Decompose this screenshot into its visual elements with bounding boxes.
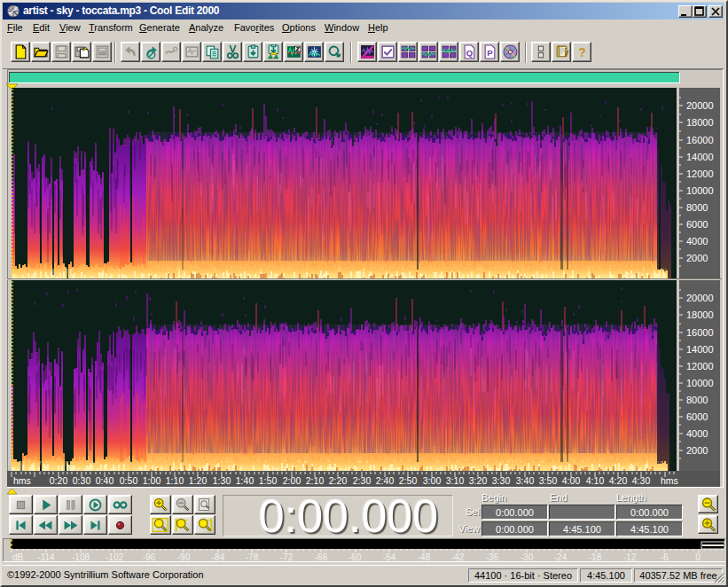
svg-text:?: ? xyxy=(578,45,585,59)
svg-text:Q: Q xyxy=(466,48,473,58)
svg-text:P: P xyxy=(487,48,493,58)
